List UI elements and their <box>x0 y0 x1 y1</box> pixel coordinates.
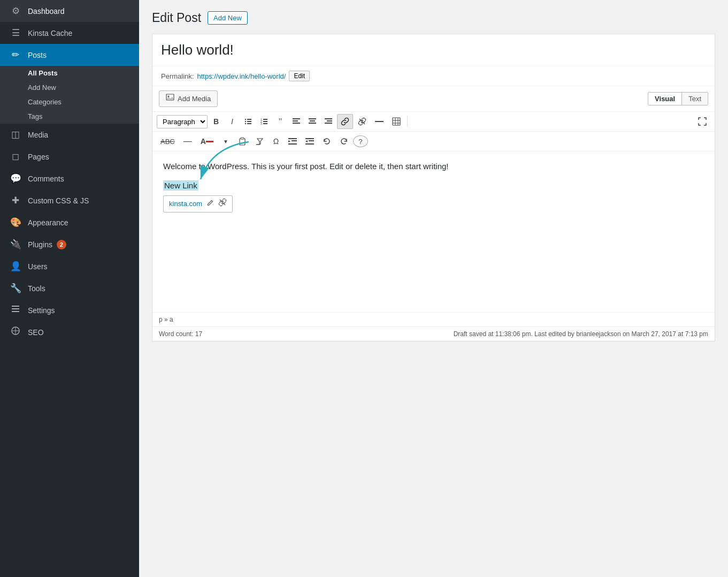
tab-text[interactable]: Text <box>682 93 708 105</box>
sidebar-item-media[interactable]: ◫ Media <box>0 124 139 146</box>
permalink-url[interactable]: https://wpdev.ink/hello-world/ <box>197 72 286 80</box>
paragraph-select[interactable]: Paragraph <box>157 115 208 128</box>
mce-hr-line-button[interactable]: — <box>180 134 196 149</box>
add-new-button[interactable]: Add New <box>208 11 248 25</box>
svg-rect-28 <box>327 120 332 122</box>
mce-help-button[interactable]: ? <box>353 135 368 147</box>
mce-clear-formatting-button[interactable] <box>251 134 267 149</box>
sidebar-item-label: Users <box>28 262 48 271</box>
svg-rect-12 <box>247 121 251 122</box>
draft-saved-info: Draft saved at 11:38:06 pm. Last edited … <box>454 330 708 338</box>
link-tooltip: kinsta.com <box>163 195 233 212</box>
sidebar-subitem-add-new[interactable]: Add New <box>0 80 139 95</box>
permalink-label: Permalink: <box>161 72 194 80</box>
mce-ul-button[interactable] <box>241 114 256 129</box>
tools-icon: 🔧 <box>9 283 22 294</box>
mce-table-button[interactable] <box>388 114 404 129</box>
svg-point-9 <box>245 119 246 120</box>
svg-marker-8 <box>166 97 174 100</box>
editor-box: Permalink: https://wpdev.ink/hello-world… <box>152 34 715 341</box>
mce-italic-button[interactable]: I <box>225 114 240 129</box>
svg-line-49 <box>220 200 225 205</box>
permalink-row: Permalink: https://wpdev.ink/hello-world… <box>152 66 715 86</box>
mce-blockquote-button[interactable]: " <box>273 114 288 129</box>
mce-fullscreen-button[interactable] <box>694 114 710 129</box>
sidebar-item-dashboard[interactable]: ⚙ Dashboard <box>0 0 139 22</box>
mce-redo-button[interactable] <box>336 134 352 149</box>
svg-marker-41 <box>288 140 290 142</box>
tab-visual[interactable]: Visual <box>648 93 682 105</box>
comments-icon: 💬 <box>9 173 22 184</box>
svg-rect-14 <box>247 123 251 124</box>
sidebar-item-label: Posts <box>28 51 47 59</box>
sidebar-item-posts[interactable]: ✏ Posts <box>0 44 139 66</box>
sidebar-item-label: Settings <box>28 306 55 315</box>
mce-indent-button[interactable] <box>285 134 301 149</box>
mce-paste-text-button[interactable] <box>234 134 250 149</box>
mce-ol-button[interactable]: 1.2.3. <box>257 114 272 129</box>
sidebar-item-pages[interactable]: ◻ Pages <box>0 146 139 168</box>
seo-icon <box>9 327 22 338</box>
mce-outdent-button[interactable] <box>302 134 318 149</box>
editor-paragraph: Welcome to WordPress. This is your first… <box>163 160 704 173</box>
svg-rect-10 <box>247 119 251 120</box>
svg-rect-2 <box>12 311 19 312</box>
svg-rect-37 <box>240 139 245 145</box>
svg-line-30 <box>359 119 365 124</box>
sidebar-subitem-all-posts[interactable]: All Posts <box>0 66 139 80</box>
svg-rect-44 <box>305 138 314 139</box>
mce-link-button[interactable] <box>337 114 353 129</box>
sidebar-item-seo[interactable]: SEO <box>0 321 139 343</box>
svg-rect-1 <box>12 308 19 309</box>
sidebar-item-settings[interactable]: Settings <box>0 299 139 321</box>
sidebar-item-users[interactable]: 👤 Users <box>0 255 139 277</box>
appearance-icon: 🎨 <box>9 217 22 228</box>
page-title: Edit Post <box>152 11 201 25</box>
custom-css-js-icon: ✚ <box>9 195 22 206</box>
sidebar-item-plugins[interactable]: 🔌 Plugins 2 <box>0 233 139 255</box>
mce-special-char-button[interactable]: Ω <box>269 134 283 149</box>
link-selected-text[interactable]: New Link <box>163 180 198 191</box>
svg-rect-20 <box>263 123 267 124</box>
editor-content[interactable]: Welcome to WordPress. This is your first… <box>152 151 715 312</box>
add-media-button[interactable]: Add Media <box>159 90 218 107</box>
mce-strikethrough-button[interactable]: ABC <box>157 134 179 149</box>
sidebar-item-label: Plugins <box>28 240 52 249</box>
post-title-input[interactable] <box>152 34 715 66</box>
mce-align-center-button[interactable] <box>305 114 320 129</box>
link-edit-icon[interactable] <box>206 198 214 210</box>
plugins-badge: 2 <box>57 240 66 249</box>
mce-font-color-button[interactable]: A <box>197 134 217 149</box>
sidebar-item-appearance[interactable]: 🎨 Appearance <box>0 211 139 233</box>
svg-rect-18 <box>263 121 267 122</box>
svg-rect-24 <box>309 118 316 119</box>
mce-bold-button[interactable]: B <box>209 114 224 129</box>
sidebar-item-label: Tools <box>28 284 45 293</box>
sidebar-subitem-categories[interactable]: Categories <box>0 95 139 109</box>
svg-rect-29 <box>325 123 332 124</box>
svg-rect-40 <box>288 138 297 139</box>
svg-marker-45 <box>305 140 308 142</box>
mce-undo-button[interactable] <box>319 134 335 149</box>
svg-point-11 <box>245 121 246 122</box>
svg-rect-43 <box>288 143 297 145</box>
dashboard-icon: ⚙ <box>9 5 22 17</box>
permalink-edit-button[interactable]: Edit <box>289 71 310 81</box>
sidebar-subitem-tags[interactable]: Tags <box>0 109 139 124</box>
link-unlink-icon[interactable] <box>218 198 227 210</box>
sidebar-item-comments[interactable]: 💬 Comments <box>0 168 139 189</box>
sidebar-item-tools[interactable]: 🔧 Tools <box>0 277 139 299</box>
sidebar-item-custom-css-js[interactable]: ✚ Custom CSS & JS <box>0 189 139 211</box>
svg-rect-0 <box>12 306 19 307</box>
mce-align-left-button[interactable] <box>289 114 304 129</box>
editor-toolbar-wrap: Add Media Visual Text <box>152 86 715 112</box>
mce-hr-button[interactable] <box>371 114 387 129</box>
mce-font-color-dropdown[interactable]: ▼ <box>218 134 233 149</box>
mce-align-right-button[interactable] <box>321 114 336 129</box>
sidebar-item-label: Pages <box>28 153 49 161</box>
sidebar-item-label: Dashboard <box>28 7 65 16</box>
editor-path: p » a <box>159 316 173 323</box>
link-tooltip-url[interactable]: kinsta.com <box>169 199 202 210</box>
mce-unlink-button[interactable] <box>354 114 370 129</box>
sidebar-item-kinsta-cache[interactable]: ☰ Kinsta Cache <box>0 22 139 44</box>
